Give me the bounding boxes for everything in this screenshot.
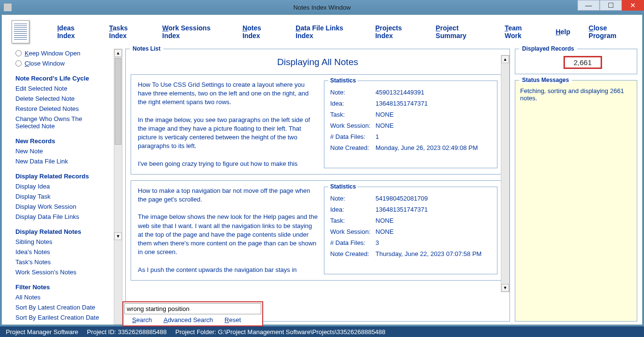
stat-label: # Data Files: — [330, 133, 376, 140]
notes-scroll-down-icon[interactable]: ▼ — [501, 284, 509, 292]
stat-label: Note Created: — [330, 250, 376, 257]
stat-row: Note Created:Monday, June 26, 2023 02:49… — [330, 142, 491, 153]
menu-notes-index[interactable]: Notes Index — [242, 24, 277, 40]
stat-value: NONE — [376, 122, 394, 129]
app-icon — [4, 3, 12, 11]
stat-value: NONE — [376, 111, 394, 118]
notes-cards: How To Use CSS Grid Settings to create a… — [126, 72, 510, 321]
maximize-button[interactable]: ☐ — [600, 0, 622, 11]
window-body: Ideas Index Tasks Index Work Sessions In… — [1, 14, 643, 325]
sidebar-header: Display Related Records — [15, 173, 107, 180]
top-menu: Ideas Index Tasks Index Work Sessions In… — [2, 15, 642, 49]
sidebar: Keep Window Open Close Window Note Recor… — [2, 49, 114, 324]
sidebar-link[interactable]: Display Data File Links — [15, 213, 107, 220]
radio-keep-open-label: Keep Window Open — [25, 50, 80, 57]
menu-close-program[interactable]: Close Program — [589, 24, 632, 40]
status-messages-box: Status Messages Fetching, sorting and di… — [515, 80, 637, 322]
menu-work-sessions-index[interactable]: Work Sessions Index — [162, 24, 224, 40]
stat-value: 3 — [376, 239, 379, 246]
sidebar-header: Display Related Notes — [15, 228, 107, 235]
radio-keep-open-input[interactable] — [15, 50, 22, 56]
radio-close-window-input[interactable] — [15, 60, 22, 67]
statusbar-project-id: Project ID: 33526268885488 — [87, 328, 167, 336]
note-card[interactable]: How to make a top navigation bar not mov… — [131, 180, 505, 281]
stat-row: Idea:136481351747371 — [330, 204, 491, 215]
window-title: Notes Index Window — [293, 4, 350, 11]
statusbar-project-folder: Project Folder: G:\Project Management So… — [175, 328, 386, 336]
sidebar-link[interactable]: Delete Selected Note — [15, 95, 107, 102]
displayed-records-box: Displayed Records 2,661 — [515, 49, 637, 74]
stat-label: Idea: — [330, 100, 376, 107]
sidebar-link[interactable]: New Note — [15, 148, 107, 155]
stat-label: Note Created: — [330, 144, 376, 151]
stat-row: Note:45901321449391 — [330, 87, 491, 98]
sidebar-link[interactable]: New Data File Link — [15, 158, 107, 165]
sidebar-link[interactable]: Task's Notes — [15, 258, 107, 266]
menu-data-file-links-index[interactable]: Data File Links Index — [295, 24, 357, 40]
scroll-up-icon[interactable]: ▲ — [114, 49, 122, 57]
displayed-records-legend: Displayed Records — [519, 45, 577, 52]
center-panel: Notes List Displaying All Notes How To U… — [122, 49, 513, 324]
stat-row: Idea:136481351747371 — [330, 98, 491, 109]
minimize-button[interactable]: — — [577, 0, 600, 11]
sidebar-link[interactable]: Work Session's Notes — [15, 269, 107, 276]
sidebar-link[interactable]: Idea's Notes — [15, 248, 107, 256]
sidebar-link[interactable]: Display Work Session — [15, 203, 107, 210]
scroll-thumb[interactable] — [115, 58, 121, 145]
stat-label: Idea: — [330, 206, 376, 213]
search-link[interactable]: Search — [132, 316, 152, 324]
notes-scrollbar[interactable]: ▲ ▼ — [501, 55, 510, 292]
sidebar-link[interactable]: Sort By Latest Creation Date — [15, 304, 107, 311]
radio-close-window[interactable]: Close Window — [15, 60, 107, 67]
note-card-text: How to make a top navigation bar not mov… — [138, 187, 318, 274]
radio-keep-open[interactable]: Keep Window Open — [15, 50, 107, 57]
sidebar-link[interactable]: Restore Deleted Notes — [15, 105, 107, 112]
body-area: Keep Window Open Close Window Note Recor… — [2, 49, 642, 324]
stat-label: Work Session: — [330, 228, 376, 235]
stat-label: Note: — [330, 89, 376, 96]
stat-row: # Data Files:1 — [330, 131, 491, 142]
menu-help[interactable]: Help — [556, 28, 570, 36]
sidebar-scrollbar[interactable]: ▲ ▼ — [114, 49, 122, 324]
notes-scroll-up-icon[interactable]: ▲ — [501, 55, 509, 63]
menu-projects-index[interactable]: Projects Index — [375, 24, 417, 40]
stat-value: 45901321449391 — [376, 89, 424, 96]
statusbar: Project Manager Software Project ID: 335… — [0, 326, 644, 337]
sidebar-link[interactable]: Sibling Notes — [15, 238, 107, 245]
sidebar-link[interactable]: Edit Selected Note — [15, 85, 107, 92]
menu-project-summary[interactable]: Project Summary — [436, 24, 486, 40]
menu-tasks-index[interactable]: Tasks Index — [109, 24, 144, 40]
sidebar-link[interactable]: Sort By Earilest Creation Date — [15, 314, 107, 321]
note-card-stats: StatisticsNote:45901321449391Idea:136481… — [324, 81, 497, 168]
stats-legend: Statistics — [328, 77, 358, 84]
radio-close-window-label: Close Window — [25, 60, 65, 67]
sidebar-header: Note Record's Life Cycle — [15, 75, 107, 82]
menu-ideas-index[interactable]: Ideas Index — [57, 24, 91, 40]
stat-row: Note Created:Thursday, June 22, 2023 07:… — [330, 248, 491, 259]
stat-label: Note: — [330, 195, 376, 202]
search-input[interactable] — [124, 303, 261, 314]
stat-value: NONE — [376, 228, 394, 235]
scroll-down-icon[interactable]: ▼ — [114, 232, 122, 240]
stat-value: 136481351747371 — [376, 100, 428, 107]
stat-row: Note:541980452081709 — [330, 193, 491, 204]
sidebar-link[interactable]: Change Who Owns The Selected Note — [15, 115, 107, 130]
stat-label: # Data Files: — [330, 239, 376, 246]
stat-value: 1 — [376, 133, 379, 140]
stat-value: NONE — [376, 217, 394, 224]
status-messages-legend: Status Messages — [519, 77, 572, 83]
reset-link[interactable]: Reset — [225, 316, 241, 324]
titlebar: Notes Index Window — ☐ ✕ — [0, 0, 644, 14]
search-area: Search Advanced Search Reset — [122, 301, 263, 326]
sidebar-link[interactable]: Display Task — [15, 193, 107, 200]
menu-team-work[interactable]: Team Work — [505, 24, 537, 40]
close-button[interactable]: ✕ — [622, 0, 644, 11]
sidebar-link[interactable]: Display Idea — [15, 183, 107, 190]
advanced-search-link[interactable]: Advanced Search — [163, 316, 213, 324]
search-links: Search Advanced Search Reset — [124, 314, 261, 324]
stat-row: # Data Files:3 — [330, 237, 491, 248]
note-card[interactable]: How To Use CSS Grid Settings to create a… — [131, 74, 505, 175]
sidebar-link[interactable]: All Notes — [15, 294, 107, 301]
displayed-records-count: 2,661 — [564, 56, 602, 69]
stat-value: 136481351747371 — [376, 206, 428, 213]
